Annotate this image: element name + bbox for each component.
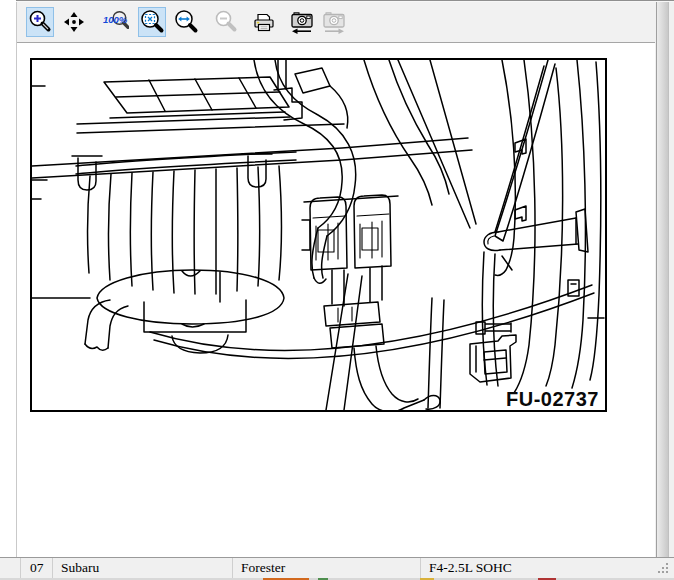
print-button[interactable]	[250, 7, 278, 37]
zoom-in-button[interactable]	[26, 7, 54, 37]
magnifier-fit-page-icon	[139, 9, 165, 35]
magnifier-plus-icon	[27, 9, 53, 35]
scrollbar-track[interactable]	[656, 0, 669, 557]
figure-code-label: FU-02737	[506, 388, 599, 410]
status-cell-year: 07	[20, 558, 52, 578]
window-top-highlight	[16, 1, 674, 2]
magnifier-minus-icon	[213, 9, 239, 35]
status-cell-model: Forester	[232, 558, 420, 578]
zoom-100-label: 100%	[103, 14, 128, 25]
image-viewer-window: { "window": { "background": "#ffffff" },…	[0, 0, 674, 580]
status-bar: 07 Subaru Forester F4-2.5L SOHC	[0, 557, 674, 578]
engine-bay-line-drawing: FU-02737	[32, 60, 605, 410]
zoom-fit-page-button[interactable]	[138, 7, 166, 37]
move-arrows-icon	[61, 9, 87, 35]
next-image-button[interactable]	[320, 7, 348, 37]
printer-icon	[251, 9, 277, 35]
camera-previous-icon	[289, 9, 315, 35]
status-cell-make: Subaru	[52, 558, 232, 578]
previous-image-button[interactable]	[288, 7, 316, 37]
pan-button[interactable]	[60, 7, 88, 37]
magnifier-100-icon: 100%	[103, 9, 129, 35]
status-cell-engine: F4-2.5L SOHC	[420, 558, 648, 578]
zoom-fit-width-button[interactable]	[172, 7, 200, 37]
magnifier-fit-width-icon	[173, 9, 199, 35]
camera-next-icon	[321, 9, 347, 35]
resize-grip-icon[interactable]	[658, 563, 660, 565]
panel-left-border	[16, 0, 17, 557]
zoom-out-button[interactable]	[212, 7, 240, 37]
zoom-100-button[interactable]: 100%	[102, 7, 130, 37]
figure-canvas[interactable]: FU-02737	[30, 58, 607, 412]
window-right-edge	[655, 0, 674, 557]
viewer-toolbar: 100%	[17, 2, 655, 43]
